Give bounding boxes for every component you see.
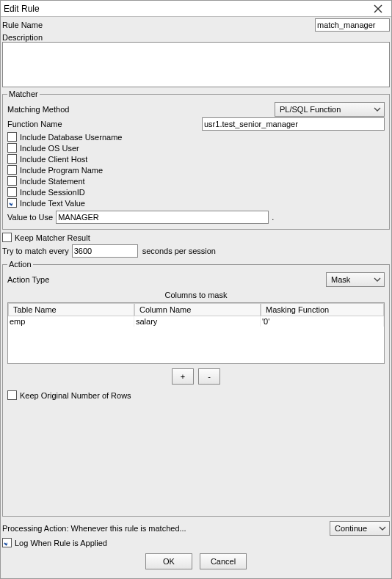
- value-to-use-row: Value to Use .: [7, 211, 385, 224]
- titlebar: Edit Rule: [1, 1, 391, 17]
- include-db-username-label: Include Database Username: [20, 133, 122, 142]
- include-os-user-checkbox[interactable]: [7, 143, 17, 153]
- col-header-tablename[interactable]: Table Name: [8, 303, 134, 316]
- include-os-user-label: Include OS User: [20, 144, 79, 153]
- try-match-input[interactable]: [72, 244, 138, 258]
- try-match-suffix: seconds per session: [142, 247, 216, 255]
- chevron-down-icon: [374, 107, 381, 112]
- include-sessionid-row: Include SessionID: [7, 187, 385, 197]
- action-fieldset: Action Action Type Mask Columns to mask …: [2, 260, 390, 517]
- keep-original-rows-row: Keep Original Number of Rows: [7, 390, 385, 400]
- rule-name-row: Rule Name: [2, 18, 390, 32]
- include-client-host-checkbox[interactable]: [7, 154, 17, 164]
- col-header-maskingfunc[interactable]: Masking Function: [261, 303, 384, 316]
- processing-action-label: Processing Action: Whenever this rule is…: [2, 524, 186, 533]
- include-db-username-row: Include Database Username: [7, 132, 385, 142]
- include-db-username-checkbox[interactable]: [7, 132, 17, 142]
- include-client-host-row: Include Client Host: [7, 154, 385, 164]
- keep-matcher-result-checkbox[interactable]: [2, 233, 12, 242]
- function-name-row: Function Name: [7, 117, 385, 131]
- rule-name-input[interactable]: [315, 18, 390, 32]
- include-statement-label: Include Statement: [20, 177, 85, 186]
- action-type-select[interactable]: Mask: [326, 272, 385, 287]
- include-program-name-checkbox[interactable]: [7, 165, 17, 175]
- value-to-use-input[interactable]: [56, 211, 269, 224]
- matcher-fieldset: Matcher Matching Method PL/SQL Function …: [2, 90, 390, 230]
- try-match-prefix: Try to match every: [2, 247, 69, 255]
- try-match-row: Try to match every seconds per session: [2, 244, 390, 258]
- add-row-button[interactable]: +: [172, 368, 194, 385]
- chevron-down-icon: [379, 526, 386, 531]
- function-name-label: Function Name: [7, 120, 202, 128]
- matching-method-value: PL/SQL Function: [280, 105, 369, 114]
- table-btn-row: + -: [7, 368, 385, 385]
- ok-button[interactable]: OK: [145, 553, 192, 569]
- cell-maskingfunc: '0': [261, 316, 384, 327]
- matching-method-label: Matching Method: [7, 105, 69, 114]
- action-type-label: Action Type: [7, 275, 49, 284]
- columns-table: Table Name Column Name Masking Function …: [7, 302, 385, 364]
- matcher-legend: Matcher: [7, 90, 40, 98]
- include-text-value-checkbox[interactable]: [7, 198, 17, 208]
- keep-matcher-result-label: Keep Matcher Result: [15, 233, 90, 242]
- matching-method-select[interactable]: PL/SQL Function: [275, 102, 385, 117]
- table-row[interactable]: emp salary '0': [8, 316, 384, 327]
- action-legend: Action: [7, 260, 33, 269]
- include-statement-row: Include Statement: [7, 176, 385, 186]
- processing-action-row: Processing Action: Whenever this rule is…: [2, 521, 390, 536]
- include-program-name-row: Include Program Name: [7, 165, 385, 175]
- include-os-user-row: Include OS User: [7, 143, 385, 153]
- processing-action-select[interactable]: Continue: [330, 521, 390, 536]
- log-applied-checkbox[interactable]: [2, 538, 12, 547]
- cancel-button[interactable]: Cancel: [200, 553, 247, 569]
- description-label: Description: [2, 33, 43, 42]
- cell-columnname: salary: [134, 316, 261, 327]
- rule-name-label: Rule Name: [2, 21, 43, 29]
- include-text-value-row: Include Text Value: [7, 198, 385, 208]
- matching-method-row: Matching Method PL/SQL Function: [7, 102, 385, 117]
- include-client-host-label: Include Client Host: [20, 155, 87, 164]
- columns-table-header: Table Name Column Name Masking Function: [8, 303, 384, 316]
- include-text-value-label: Include Text Value: [20, 199, 85, 208]
- keep-matcher-result-row: Keep Matcher Result: [2, 233, 390, 242]
- keep-original-rows-checkbox[interactable]: [7, 390, 17, 400]
- cell-tablename: emp: [8, 316, 134, 327]
- dialog-footer: OK Cancel: [2, 549, 390, 577]
- description-input[interactable]: [2, 42, 390, 87]
- keep-original-rows-label: Keep Original Number of Rows: [20, 391, 131, 400]
- action-type-value: Mask: [331, 275, 369, 284]
- remove-row-button[interactable]: -: [198, 368, 220, 385]
- columns-heading: Columns to mask: [7, 291, 385, 299]
- function-name-input[interactable]: [202, 117, 385, 131]
- action-type-row: Action Type Mask: [7, 272, 385, 287]
- include-sessionid-checkbox[interactable]: [7, 187, 17, 197]
- include-statement-checkbox[interactable]: [7, 176, 17, 186]
- window-title: Edit Rule: [4, 4, 40, 14]
- col-header-columnname[interactable]: Column Name: [134, 303, 261, 316]
- edit-rule-dialog: Edit Rule Rule Name Description Matcher …: [0, 0, 392, 579]
- log-applied-label: Log When Rule is Applied: [15, 539, 107, 547]
- value-to-use-suffix: .: [272, 213, 274, 222]
- processing-action-value: Continue: [335, 524, 374, 533]
- include-sessionid-label: Include SessionID: [20, 188, 85, 197]
- include-program-name-label: Include Program Name: [20, 166, 103, 175]
- value-to-use-label: Value to Use: [7, 213, 53, 222]
- close-icon[interactable]: [368, 2, 388, 15]
- log-applied-row: Log When Rule is Applied: [2, 538, 390, 547]
- description-row: Description: [2, 33, 390, 87]
- chevron-down-icon: [374, 277, 381, 282]
